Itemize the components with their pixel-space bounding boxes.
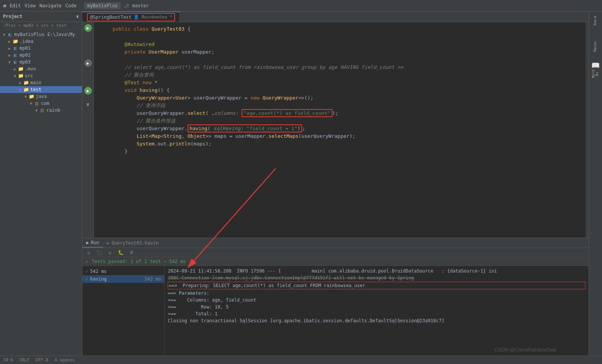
- expand-arrow-icon: ▼: [23, 95, 28, 99]
- line-separator: CRLF: [20, 357, 30, 362]
- indent-info: 4 spaces: [54, 357, 75, 362]
- tree-item-mp02[interactable]: ▶ ◧ mp02: [0, 52, 82, 59]
- tab-user: 👤 RainbowSea *: [134, 15, 172, 20]
- expand-arrow-icon: ▶: [18, 81, 23, 85]
- expand-arrow-icon: ▶: [12, 67, 18, 71]
- menu-navigate[interactable]: Navigate: [39, 3, 62, 8]
- menu-code[interactable]: Code: [65, 3, 77, 8]
- sidebar-header: Project ∨: [0, 11, 82, 22]
- test-status-text: Tests passed: 1 of 1 test – 542 ms: [92, 259, 186, 264]
- tab-annotation: @SpringBootTest: [90, 15, 131, 20]
- code-line: [94, 56, 586, 64]
- tree-item-mp01[interactable]: ▶ ◧ mp01: [0, 45, 82, 52]
- code-line: // 查询字段: [94, 102, 586, 109]
- tree-label: src: [25, 73, 33, 78]
- tab-querytest-label: QueryTest03.havin: [111, 240, 159, 246]
- tree-item-mvn[interactable]: ▶ 📁 .mvn: [0, 65, 82, 72]
- code-line-having: userQueryWrapper.having( sqlHaving: "fie…: [94, 125, 586, 132]
- editor-gutter-icons: ▶ ▶ ▶ ▼: [82, 22, 94, 238]
- sidebar-title: Project: [3, 14, 23, 19]
- bottom-panel: ▶ Run ▶ QueryTest03.havin ↺ ⬛ ↻ 🐛 ⏸: [82, 238, 589, 364]
- pass-check-icon: ✓: [85, 276, 88, 282]
- tree-item-main[interactable]: ▶ 📁 main: [0, 79, 82, 86]
- tree-label: myBatisPlus E:\Java\My: [14, 32, 75, 37]
- run-label: Run: [594, 19, 597, 25]
- folder-icon: 📁: [28, 94, 34, 99]
- tree-item-test[interactable]: ▼ 📁 test: [0, 86, 82, 93]
- code-line: }: [94, 148, 586, 155]
- console-line-total: <== Total: 1: [168, 310, 586, 317]
- run-right-icon[interactable]: ▶ Run: [590, 15, 601, 25]
- code-line: System.out.println(maps);: [94, 140, 586, 148]
- menu-edit[interactable]: Edit: [10, 3, 21, 8]
- run-icon2: ▶: [107, 240, 110, 246]
- cursor-position: 34:6: [3, 357, 13, 362]
- menu-bar[interactable]: m Edit View Navigate Code: [3, 3, 77, 8]
- tree-item-java[interactable]: ▼ 📁 java: [0, 93, 82, 100]
- code-line: // 聚合查询: [94, 71, 586, 79]
- run-gutter-icon[interactable]: ▶: [84, 59, 92, 67]
- debug-button[interactable]: 🐛: [117, 249, 124, 256]
- test-item-label: 542 ms: [90, 269, 106, 274]
- console-output: 2024-09-21 11:41:58.200 INFO 17596 --- […: [165, 266, 589, 364]
- test-item-label2: having: [90, 276, 106, 282]
- pause-button[interactable]: ⏸: [128, 249, 135, 256]
- expand-arrow-icon: ▼: [18, 88, 23, 92]
- menu-m[interactable]: m: [3, 3, 6, 8]
- code-line: List<Map<String, Object>> maps = userMap…: [94, 132, 586, 140]
- maven-label: Maven: [594, 41, 597, 52]
- tree-item-rainb[interactable]: ▼ ◫ rainb: [0, 107, 82, 114]
- rerun-button[interactable]: ↺: [85, 249, 92, 256]
- code-editor[interactable]: public class QueryTest03 { @Autowired: [94, 22, 586, 238]
- expand-arrow-icon: ▼: [28, 101, 34, 106]
- tree-item-mybatisplus[interactable]: ▼ ◧ myBatisPlus E:\Java\My: [0, 31, 82, 38]
- tree-label: main: [30, 80, 41, 85]
- tree-item-idea[interactable]: ▶ 📁 .idea: [0, 38, 82, 45]
- test-list-item-run[interactable]: ✓ 542 ms: [82, 268, 164, 275]
- menu-view[interactable]: View: [25, 3, 36, 8]
- module-icon: ◧: [12, 59, 18, 65]
- branch-selector[interactable]: master: [132, 3, 149, 8]
- rerun-failed-button[interactable]: ↻: [106, 249, 114, 256]
- editor-tab-bar: @SpringBootTest 👤 RainbowSea *: [82, 11, 589, 22]
- editor-tab-active[interactable]: @SpringBootTest 👤 RainbowSea *: [82, 11, 180, 22]
- module-icon: ◧: [12, 46, 18, 51]
- run-arrow-icon: ▶: [594, 15, 597, 19]
- test-list: ✓ 542 ms ✓ having 542 ms: [82, 266, 165, 364]
- editor-scrollbar[interactable]: [586, 22, 589, 238]
- tree-item-mp03[interactable]: ▼ ◧ mp03: [0, 59, 82, 65]
- expand-arrow-icon: ▼: [34, 108, 39, 113]
- package-icon: ◫: [34, 101, 40, 106]
- wordbook-label: Word Bo: [592, 70, 599, 78]
- run-gutter-icon2[interactable]: ▶: [84, 87, 92, 95]
- code-line: [94, 33, 586, 41]
- console-line-row: <== Row: 18, 5: [168, 304, 586, 310]
- editor-body: ▶ ▶ ▶ ▼ public class QueryTest03 {: [82, 22, 589, 238]
- stop-button[interactable]: ⬛: [95, 249, 103, 256]
- package-icon: ◫: [39, 108, 45, 113]
- top-menu-bar: m Edit View Navigate Code myBatisPlus ⎇ …: [0, 0, 602, 11]
- project-selector[interactable]: myBatisPlus: [84, 2, 121, 9]
- tree-label: mp01: [20, 46, 31, 51]
- tree-item-com[interactable]: ▼ ◫ com: [0, 100, 82, 107]
- test-list-item-having[interactable]: ✓ having 542 ms: [82, 275, 164, 283]
- fold-icon[interactable]: ▼: [86, 101, 89, 108]
- sidebar-chevron-icon[interactable]: ∨: [76, 14, 79, 19]
- tab-run[interactable]: ▶ Run: [82, 238, 103, 248]
- module-icon: ◧: [12, 52, 18, 58]
- console-line: ==> Parameters:: [168, 290, 586, 297]
- encoding: UTF-8: [36, 357, 48, 362]
- tab-querytest[interactable]: ▶ QueryTest03.havin: [103, 238, 162, 248]
- tree-label: java: [36, 94, 47, 99]
- book-icon: 📖: [591, 61, 600, 69]
- expand-arrow-icon: ▶: [7, 39, 12, 44]
- wordbook-icon[interactable]: 📖 Word Bo: [590, 64, 601, 75]
- expand-arrow-icon: ▶: [7, 53, 12, 57]
- maven-icon[interactable]: Maven: [590, 41, 601, 52]
- folder-icon: 📁: [23, 80, 29, 85]
- expand-arrow-icon: ▶: [7, 46, 12, 51]
- pass-icon: ✓: [85, 258, 88, 264]
- tree-item-src[interactable]: ▼ 📁 src: [0, 72, 82, 79]
- folder-icon: 📁: [12, 39, 18, 44]
- run-test-icon[interactable]: ▶: [84, 24, 92, 32]
